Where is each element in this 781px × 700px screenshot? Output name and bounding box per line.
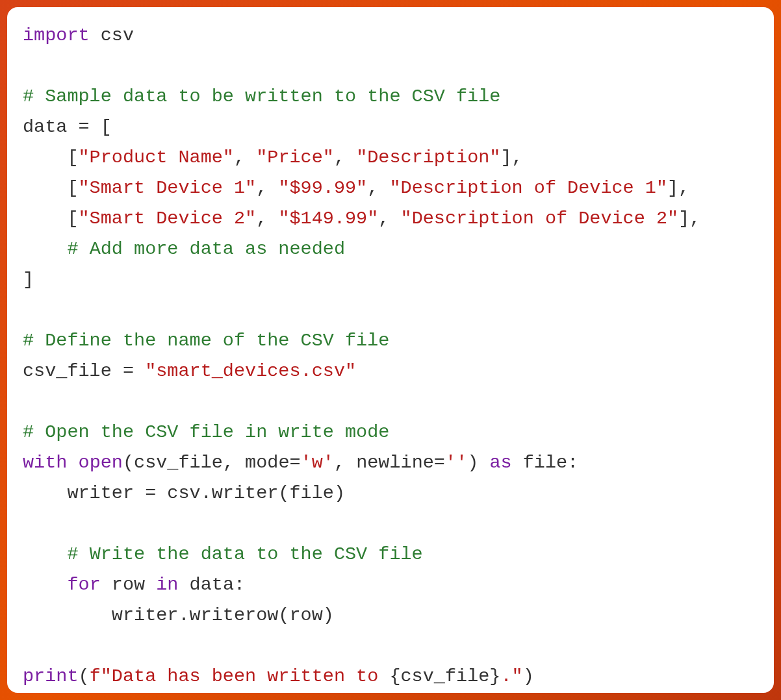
code-token: "Smart Device 2" bbox=[79, 208, 257, 229]
code-token: [ bbox=[23, 208, 79, 229]
code-token: "smart_devices.csv" bbox=[145, 360, 356, 382]
code-token: ." bbox=[500, 666, 522, 687]
code-token: , bbox=[367, 177, 389, 199]
code-token: '' bbox=[445, 452, 467, 473]
code-token: (csv_file, mode= bbox=[123, 452, 301, 473]
code-token: f"Data has been written to bbox=[90, 666, 390, 687]
code-token: "Price" bbox=[256, 147, 334, 168]
code-token: # Add more data as needed bbox=[67, 238, 345, 260]
code-token: {csv_file} bbox=[389, 666, 500, 687]
code-token: file: bbox=[512, 452, 579, 473]
code-token: "Description" bbox=[356, 147, 500, 168]
code-token: 'w' bbox=[301, 452, 334, 473]
code-content: import csv # Sample data to be written t… bbox=[23, 20, 758, 692]
code-token: , bbox=[234, 147, 256, 168]
code-token: [ bbox=[23, 147, 79, 168]
code-token: import bbox=[23, 25, 90, 46]
code-token: [ bbox=[23, 177, 79, 199]
code-token: csv bbox=[90, 25, 134, 46]
code-token: ], bbox=[667, 177, 689, 199]
code-token: csv_file = bbox=[23, 360, 145, 382]
code-token: in bbox=[156, 574, 178, 595]
code-token bbox=[23, 238, 67, 260]
code-token: "Product Name" bbox=[79, 147, 234, 168]
code-token: writer.writerow(row) bbox=[23, 605, 334, 626]
code-token: # Define the name of the CSV file bbox=[23, 330, 389, 351]
code-token: ], bbox=[678, 208, 700, 229]
code-token: ) bbox=[467, 452, 489, 473]
code-token: , newline= bbox=[334, 452, 445, 473]
code-token: # Sample data to be written to the CSV f… bbox=[23, 86, 500, 107]
code-token: as bbox=[489, 452, 511, 473]
code-token: print bbox=[23, 666, 79, 687]
code-token: data: bbox=[178, 574, 245, 595]
code-token: with bbox=[23, 452, 67, 473]
code-token: , bbox=[378, 208, 400, 229]
code-token: for bbox=[67, 574, 100, 595]
code-token: open bbox=[79, 452, 123, 473]
code-token: writer = csv.writer(file) bbox=[23, 482, 345, 504]
code-token: ], bbox=[500, 147, 522, 168]
code-token: # Open the CSV file in write mode bbox=[23, 421, 389, 443]
code-token: , bbox=[256, 208, 278, 229]
code-token: ) bbox=[523, 666, 534, 687]
code-token: "Description of Device 1" bbox=[389, 177, 667, 199]
code-token: "Description of Device 2" bbox=[401, 208, 679, 229]
code-token: "$149.99" bbox=[278, 208, 378, 229]
code-token: "$99.99" bbox=[278, 177, 367, 199]
code-token: row bbox=[101, 574, 157, 595]
code-token: # Write the data to the CSV file bbox=[67, 544, 422, 565]
code-token: , bbox=[334, 147, 356, 168]
code-token: "Smart Device 1" bbox=[79, 177, 257, 199]
code-block: import csv # Sample data to be written t… bbox=[7, 7, 774, 693]
code-token: ] bbox=[23, 269, 34, 290]
code-token: data = [ bbox=[23, 116, 112, 138]
code-token: ( bbox=[79, 666, 90, 687]
code-token: , bbox=[256, 177, 278, 199]
code-token bbox=[67, 452, 78, 473]
code-token bbox=[23, 574, 67, 595]
code-token bbox=[23, 544, 67, 565]
